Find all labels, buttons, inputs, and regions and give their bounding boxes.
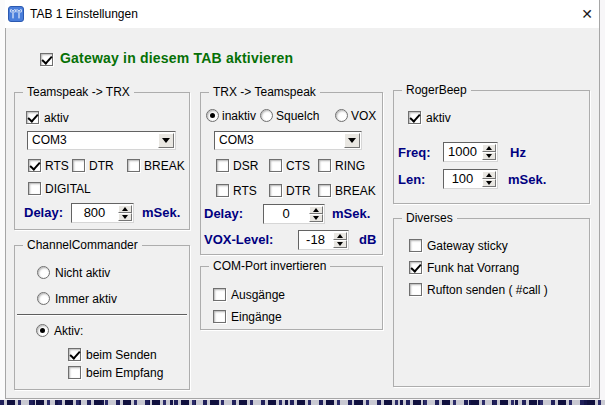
triangle-down-icon [122, 215, 128, 219]
close-button[interactable]: ✕ [574, 3, 600, 25]
trx-ts-break-label[interactable]: BREAK [335, 185, 376, 198]
trx-ts-vox-label[interactable]: VOX [351, 110, 376, 123]
triangle-up-icon [313, 208, 319, 212]
spinner-down-button[interactable] [118, 213, 132, 221]
app-icon [8, 6, 24, 22]
ts-trx-aktiv-checkbox[interactable] [26, 111, 39, 124]
cc-aktiv-label[interactable]: Aktiv: [54, 325, 83, 338]
invert-eingaenge-checkbox[interactable] [213, 310, 226, 323]
spinner-down-button[interactable] [333, 240, 347, 248]
spinner-up-button[interactable] [118, 205, 132, 213]
triangle-down-icon [337, 242, 343, 246]
cc-nicht-aktiv-radio[interactable] [37, 266, 50, 279]
funk-vorrang-label[interactable]: Funk hat Vorrang [427, 262, 519, 275]
freq-spinner[interactable]: 1000 [443, 142, 498, 162]
com-port-value: COM3 [28, 132, 157, 149]
spinner-value[interactable]: 100 [444, 170, 481, 188]
spinner-value[interactable]: 800 [72, 204, 117, 222]
ts-trx-break-checkbox[interactable] [127, 159, 140, 172]
invert-ausgaenge-checkbox[interactable] [213, 288, 226, 301]
trx-ts-inaktiv-radio[interactable] [206, 109, 219, 122]
trx-ts-squelch-label[interactable]: Squelch [276, 110, 319, 123]
ts-trx-break-label[interactable]: BREAK [144, 160, 185, 173]
cc-beim-senden-checkbox[interactable] [68, 348, 81, 361]
triangle-down-icon [486, 181, 492, 185]
ts-trx-com-port-select[interactable]: COM3 [27, 131, 176, 150]
trx-ts-rts-checkbox[interactable] [216, 184, 229, 197]
spinner-value[interactable]: 0 [264, 205, 308, 223]
funk-vorrang-checkbox[interactable] [409, 261, 422, 274]
rogerbeep-aktiv-checkbox[interactable] [408, 111, 421, 124]
triangle-up-icon [337, 234, 343, 238]
trx-ts-vox-radio[interactable] [335, 109, 348, 122]
spinner-value[interactable]: -18 [299, 231, 332, 249]
dropdown-arrow-button[interactable] [344, 133, 360, 148]
triangle-down-icon [313, 216, 319, 220]
ts-trx-digital-label[interactable]: DIGITAL [45, 183, 91, 196]
com-port-value: COM3 [215, 132, 343, 149]
vox-level-unit: dB [359, 233, 376, 246]
group-title: TRX -> Teamspeak [209, 86, 320, 99]
spinner-value[interactable]: 1000 [444, 143, 481, 161]
cc-beim-senden-label[interactable]: beim Senden [86, 349, 157, 362]
cc-nicht-aktiv-label[interactable]: Nicht aktiv [55, 267, 110, 280]
trx-ts-squelch-radio[interactable] [260, 109, 273, 122]
trx-ts-com-port-select[interactable]: COM3 [214, 131, 362, 150]
spinner-up-button[interactable] [482, 144, 496, 152]
cc-immer-aktiv-radio[interactable] [37, 292, 50, 305]
ts-trx-dtr-checkbox[interactable] [72, 159, 85, 172]
freq-unit: Hz [510, 146, 526, 159]
freq-label: Freq: [398, 146, 431, 159]
spinner-up-button[interactable] [333, 232, 347, 240]
trx-ts-dtr-label[interactable]: DTR [286, 185, 311, 198]
trx-ts-dsr-label[interactable]: DSR [233, 160, 258, 173]
ts-trx-delay-label: Delay: [24, 206, 63, 219]
spinner-down-button[interactable] [482, 179, 496, 187]
invert-eingaenge-label[interactable]: Eingänge [231, 311, 282, 324]
spinner-up-button[interactable] [482, 171, 496, 179]
trx-ts-break-checkbox[interactable] [318, 184, 331, 197]
ts-trx-delay-spinner[interactable]: 800 [71, 203, 134, 223]
len-spinner[interactable]: 100 [443, 169, 498, 189]
cc-immer-aktiv-label[interactable]: Immer aktiv [55, 293, 117, 306]
trx-ts-ring-checkbox[interactable] [318, 159, 331, 172]
cc-beim-empfang-checkbox[interactable] [68, 366, 81, 379]
ts-trx-rts-checkbox[interactable] [28, 159, 41, 172]
ts-trx-delay-unit: mSek. [142, 206, 180, 219]
trx-ts-delay-spinner[interactable]: 0 [263, 204, 325, 224]
gateway-sticky-label[interactable]: Gateway sticky [427, 240, 508, 253]
trx-ts-inaktiv-label[interactable]: inaktiv [222, 110, 256, 123]
ts-trx-aktiv-label[interactable]: aktiv [44, 112, 69, 125]
dropdown-arrow-button[interactable] [158, 133, 174, 148]
rogerbeep-aktiv-label[interactable]: aktiv [426, 112, 451, 125]
trx-ts-dsr-checkbox[interactable] [216, 159, 229, 172]
background-sliver [0, 0, 5, 399]
group-title: Diverses [402, 212, 457, 225]
trx-ts-cts-label[interactable]: CTS [286, 160, 310, 173]
group-title: ChannelCommander [23, 239, 142, 252]
ts-trx-digital-checkbox[interactable] [28, 182, 41, 195]
trx-ts-dtr-checkbox[interactable] [269, 184, 282, 197]
rufton-senden-checkbox[interactable] [409, 283, 422, 296]
gateway-sticky-checkbox[interactable] [409, 239, 422, 252]
triangle-up-icon [486, 173, 492, 177]
ts-trx-dtr-label[interactable]: DTR [89, 160, 114, 173]
spinner-down-button[interactable] [482, 152, 496, 160]
spinner-down-button[interactable] [309, 214, 323, 222]
rufton-senden-label[interactable]: Rufton senden ( #call ) [427, 284, 548, 297]
trx-ts-cts-checkbox[interactable] [269, 159, 282, 172]
vox-level-spinner[interactable]: -18 [298, 230, 349, 250]
len-label: Len: [398, 173, 425, 186]
triangle-up-icon [486, 146, 492, 150]
trx-ts-ring-label[interactable]: RING [335, 160, 365, 173]
ts-trx-rts-label[interactable]: RTS [45, 160, 69, 173]
gateway-enable-checkbox[interactable] [40, 53, 53, 66]
gateway-enable-label[interactable]: Gateway in diesem TAB aktivieren [60, 51, 293, 66]
invert-ausgaenge-label[interactable]: Ausgänge [231, 289, 285, 302]
spinner-up-button[interactable] [309, 206, 323, 214]
cc-aktiv-radio[interactable] [36, 324, 49, 337]
cc-beim-empfang-label[interactable]: beim Empfang [86, 367, 163, 380]
trx-ts-rts-label[interactable]: RTS [233, 185, 257, 198]
group-title: COM-Port invertieren [209, 260, 330, 273]
close-icon: ✕ [581, 6, 593, 22]
